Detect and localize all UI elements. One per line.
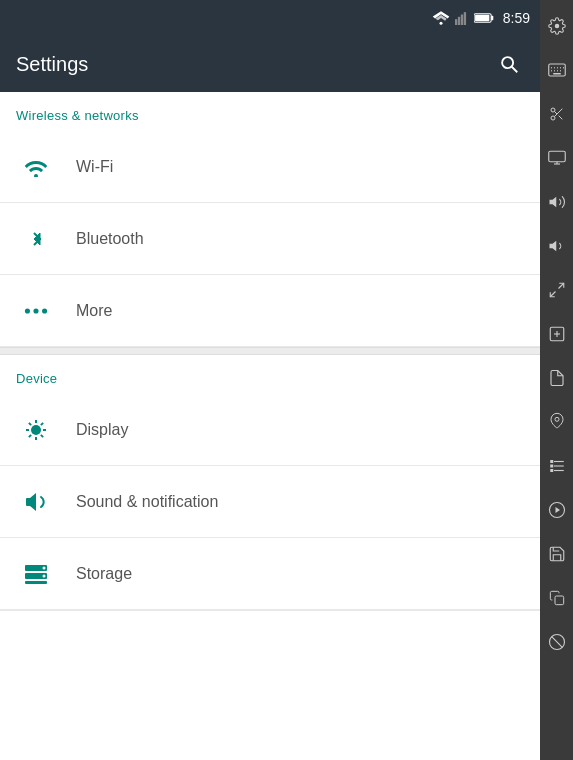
svg-line-20 — [29, 422, 31, 424]
settings-list: Wireless & networks Wi-Fi — [0, 92, 540, 760]
bottom-divider — [0, 610, 540, 611]
svg-point-0 — [439, 22, 442, 25]
svg-point-41 — [551, 108, 555, 112]
bluetooth-icon — [16, 227, 56, 251]
svg-rect-65 — [555, 596, 564, 605]
svg-point-10 — [34, 174, 38, 177]
svg-line-67 — [551, 637, 562, 648]
svg-line-23 — [29, 434, 31, 436]
app-title: Settings — [16, 53, 88, 76]
svg-point-42 — [551, 116, 555, 120]
bluetooth-label: Bluetooth — [76, 230, 144, 248]
sidebar-gear-icon[interactable] — [540, 4, 573, 48]
wifi-status-icon — [432, 11, 450, 25]
wifi-icon — [16, 157, 56, 177]
display-icon — [16, 418, 56, 442]
settings-item-wifi[interactable]: Wi-Fi — [0, 131, 540, 203]
status-time: 8:59 — [503, 10, 530, 26]
svg-marker-49 — [549, 197, 556, 208]
sidebar-copy-icon[interactable] — [540, 576, 573, 620]
sidebar-location-icon[interactable] — [540, 400, 573, 444]
sidebar-play-circle-icon[interactable] — [540, 488, 573, 532]
svg-point-13 — [33, 308, 38, 313]
settings-item-sound[interactable]: Sound & notification — [0, 466, 540, 538]
display-label: Display — [76, 421, 128, 439]
app-bar: Settings — [0, 36, 540, 92]
settings-item-display[interactable]: Display — [0, 394, 540, 466]
sidebar-scissors-icon[interactable] — [540, 92, 573, 136]
svg-marker-50 — [549, 241, 556, 252]
svg-rect-6 — [491, 16, 493, 20]
signal-icon — [455, 11, 469, 25]
svg-line-45 — [554, 111, 557, 114]
svg-marker-64 — [555, 507, 560, 513]
svg-point-56 — [555, 417, 559, 421]
section-header-device: Device — [0, 355, 540, 394]
svg-point-8 — [502, 57, 513, 68]
search-button[interactable] — [494, 49, 524, 79]
svg-rect-7 — [475, 15, 489, 21]
storage-icon — [16, 563, 56, 585]
sidebar-volume-down-icon[interactable] — [540, 224, 573, 268]
sidebar-volume-up-icon[interactable] — [540, 180, 573, 224]
svg-rect-2 — [458, 17, 460, 25]
svg-point-12 — [25, 308, 30, 313]
main-content: 8:59 Settings Wireless & networks — [0, 0, 540, 760]
settings-item-storage[interactable]: Storage — [0, 538, 540, 610]
svg-line-52 — [550, 292, 555, 297]
sidebar-expand-icon[interactable] — [540, 268, 573, 312]
section-divider — [0, 347, 540, 355]
sidebar-save-icon[interactable] — [540, 532, 573, 576]
sound-icon — [16, 490, 56, 514]
settings-item-bluetooth[interactable]: Bluetooth — [0, 203, 540, 275]
more-icon — [16, 305, 56, 317]
svg-point-28 — [43, 574, 46, 577]
sidebar-monitor-icon[interactable] — [540, 136, 573, 180]
sidebar-keyboard-icon[interactable] — [540, 48, 573, 92]
search-icon — [498, 53, 520, 75]
svg-rect-4 — [464, 12, 466, 25]
storage-label: Storage — [76, 565, 132, 583]
svg-point-29 — [554, 24, 559, 29]
svg-rect-61 — [550, 465, 553, 468]
sidebar-add-box-icon[interactable] — [540, 312, 573, 356]
sidebar-list-icon[interactable] — [540, 444, 573, 488]
status-bar: 8:59 — [0, 0, 540, 36]
svg-rect-62 — [550, 469, 553, 472]
svg-rect-3 — [461, 15, 463, 26]
sidebar-block-icon[interactable] — [540, 620, 573, 664]
settings-item-more[interactable]: More — [0, 275, 540, 347]
svg-point-15 — [31, 425, 41, 435]
battery-icon — [474, 11, 494, 25]
svg-line-44 — [558, 116, 562, 120]
svg-line-21 — [41, 434, 43, 436]
right-sidebar — [540, 0, 573, 760]
svg-line-9 — [512, 67, 518, 73]
wifi-label: Wi-Fi — [76, 158, 113, 176]
svg-line-51 — [558, 283, 563, 288]
svg-rect-46 — [548, 151, 565, 162]
status-icons: 8:59 — [432, 10, 530, 26]
sidebar-apk-icon[interactable] — [540, 356, 573, 400]
more-label: More — [76, 302, 112, 320]
sound-label: Sound & notification — [76, 493, 218, 511]
svg-rect-60 — [550, 460, 553, 463]
section-header-wireless: Wireless & networks — [0, 92, 540, 131]
svg-point-27 — [43, 566, 46, 569]
svg-point-14 — [42, 308, 47, 313]
svg-rect-1 — [455, 19, 457, 25]
svg-line-22 — [41, 422, 43, 424]
svg-rect-26 — [25, 581, 47, 584]
